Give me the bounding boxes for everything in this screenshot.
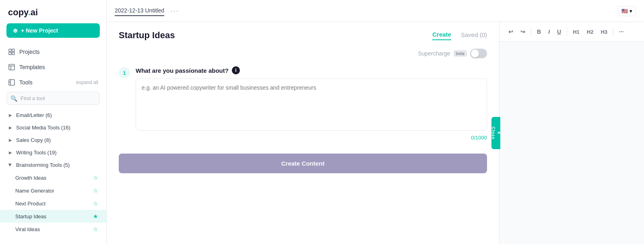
category-email[interactable]: ▶ Email/Letter (6) <box>0 109 106 121</box>
logo-area: copy.ai <box>0 0 106 23</box>
question-content: What are you passionate about? i 0/1000 <box>136 66 487 141</box>
tab-saved[interactable]: Saved (0) <box>461 31 487 40</box>
search-container: 🔍 <box>6 92 100 105</box>
sub-item-viral-ideas[interactable]: Viral Ideas ☆ <box>0 223 106 236</box>
category-brainstorming-label: Brainstorming Tools (5) <box>16 162 70 168</box>
star-icon[interactable]: ☆ <box>93 226 98 232</box>
char-count: 0/1000 <box>136 135 487 141</box>
search-input[interactable] <box>6 92 100 105</box>
supercharge-label: Supercharge <box>418 50 450 57</box>
grid-icon <box>8 48 15 55</box>
language-button[interactable]: 🇺🇸 ▾ <box>618 6 636 16</box>
document-tab[interactable]: 2022-12-13 Untitled <box>115 7 164 16</box>
h1-button[interactable]: H1 <box>570 27 582 37</box>
editor-panel: ✕ Close ↩ ↪ B I U H1 H2 H3 ··· <box>499 22 644 244</box>
bold-button[interactable]: B <box>535 27 543 37</box>
svg-rect-2 <box>9 52 11 55</box>
category-email-label: Email/Letter (6) <box>16 112 52 118</box>
logo-copy: copy <box>8 7 28 17</box>
tab-more-button[interactable]: ··· <box>171 7 179 15</box>
supercharge-row: Supercharge beta <box>119 49 487 58</box>
top-bar: 2022-12-13 Untitled ··· 🇺🇸 ▾ <box>107 0 644 22</box>
expand-all-link[interactable]: expand all <box>76 80 98 85</box>
tab-create[interactable]: Create <box>432 31 451 40</box>
category-writing-label: Writing Tools (19) <box>16 150 57 156</box>
editor-toolbar: ↩ ↪ B I U H1 H2 H3 ··· <box>500 22 644 42</box>
chevron-icon: ▾ <box>630 8 632 14</box>
content-area: Startup Ideas Create Saved (0) Superchar… <box>107 22 644 244</box>
svg-rect-7 <box>9 80 14 85</box>
toolbar-divider <box>567 28 567 36</box>
star-icon[interactable]: ☆ <box>93 187 98 194</box>
category-sales[interactable]: ▶ Sales Copy (8) <box>0 134 106 146</box>
svg-rect-4 <box>9 64 14 70</box>
redo-button[interactable]: ↪ <box>518 27 528 37</box>
growth-ideas-label: Growth Ideas <box>15 175 46 181</box>
name-generator-label: Name Generator <box>15 188 54 194</box>
svg-rect-1 <box>12 49 14 51</box>
startup-ideas-label: Startup Ideas <box>15 213 46 219</box>
chevron-right-icon: ▶ <box>8 150 13 155</box>
close-icon: ✕ <box>496 131 501 135</box>
form-header: Startup Ideas Create Saved (0) <box>107 22 499 41</box>
star-icon[interactable]: ☆ <box>93 174 98 181</box>
main-content: 2022-12-13 Untitled ··· 🇺🇸 ▾ Startup Ide… <box>107 0 644 244</box>
flag-icon: 🇺🇸 <box>621 8 628 14</box>
page-title: Startup Ideas <box>119 30 175 41</box>
toolbar-divider <box>531 28 531 36</box>
logo: copy.ai <box>8 7 38 18</box>
question-number: 1 <box>119 67 130 78</box>
search-icon: 🔍 <box>10 95 17 102</box>
next-product-label: Next Product <box>15 201 45 207</box>
question-label: What are you passionate about? i <box>136 66 487 74</box>
passion-textarea[interactable] <box>136 78 487 131</box>
tools-label: Tools <box>19 79 33 86</box>
new-project-label: + New Project <box>21 27 58 34</box>
h3-button[interactable]: H3 <box>598 27 610 37</box>
category-writing[interactable]: ▶ Writing Tools (19) <box>0 146 106 159</box>
sub-item-growth-ideas[interactable]: Growth Ideas ☆ <box>0 171 106 184</box>
chevron-right-icon: ▶ <box>8 113 13 118</box>
italic-button[interactable]: I <box>546 27 552 37</box>
category-social[interactable]: ▶ Social Media Tools (16) <box>0 121 106 134</box>
templates-label: Templates <box>19 64 45 70</box>
sidebar-item-projects[interactable]: Projects <box>0 44 106 59</box>
close-panel-button[interactable]: ✕ Close <box>491 117 500 149</box>
star-icon[interactable]: ☆ <box>93 200 98 207</box>
logo-ai: ai <box>31 7 38 17</box>
category-social-label: Social Media Tools (16) <box>16 125 70 131</box>
question-text: What are you passionate about? <box>136 67 229 74</box>
projects-label: Projects <box>19 49 40 55</box>
template-icon <box>8 64 15 71</box>
chevron-down-icon: ▶ <box>8 163 13 168</box>
tools-icon <box>8 79 15 86</box>
viral-ideas-label: Viral Ideas <box>15 226 40 232</box>
form-body: Supercharge beta 1 What are you passiona… <box>107 41 499 244</box>
sub-item-startup-ideas[interactable]: Startup Ideas ★ <box>0 210 106 223</box>
tab-area: 2022-12-13 Untitled ··· <box>115 6 179 16</box>
sub-item-name-generator[interactable]: Name Generator ☆ <box>0 184 106 197</box>
category-brainstorming[interactable]: ▶ Brainstorming Tools (5) <box>0 159 106 171</box>
supercharge-toggle[interactable] <box>470 49 487 58</box>
close-label: Close <box>491 127 495 139</box>
create-content-button[interactable]: Create Content <box>119 154 487 173</box>
beta-badge: beta <box>454 50 467 57</box>
info-icon[interactable]: i <box>232 66 240 74</box>
new-project-button[interactable]: ⊕ + New Project <box>6 23 100 38</box>
sidebar: copy.ai ⊕ + New Project Projects Templat… <box>0 0 107 244</box>
tools-section-header: Tools expand all <box>0 75 106 90</box>
star-icon[interactable]: ★ <box>93 213 98 219</box>
chevron-right-icon: ▶ <box>8 125 13 130</box>
underline-button[interactable]: U <box>555 27 564 37</box>
category-sales-label: Sales Copy (8) <box>16 137 51 143</box>
new-project-icon: ⊕ <box>13 27 18 34</box>
question-row: 1 What are you passionate about? i 0/100… <box>119 66 487 141</box>
more-options-button[interactable]: ··· <box>617 27 626 37</box>
top-bar-right: 🇺🇸 ▾ <box>618 6 636 16</box>
sidebar-item-templates[interactable]: Templates <box>0 59 106 75</box>
undo-button[interactable]: ↩ <box>506 27 516 37</box>
form-panel: Startup Ideas Create Saved (0) Superchar… <box>107 22 499 244</box>
h2-button[interactable]: H2 <box>584 27 596 37</box>
sub-item-next-product[interactable]: Next Product ☆ <box>0 197 106 210</box>
form-tabs: Create Saved (0) <box>432 31 487 40</box>
